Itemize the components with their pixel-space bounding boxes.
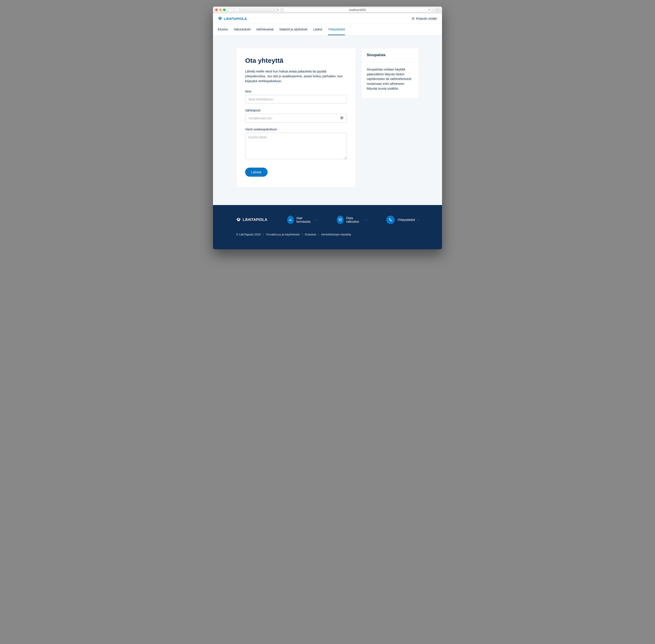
nav-laskut[interactable]: Laskut bbox=[313, 24, 322, 35]
window-controls bbox=[215, 8, 226, 11]
chevron-right-icon: › bbox=[418, 218, 419, 221]
sidebar-body: Sivupalstaa voidaan käyttää pääsisältöön… bbox=[361, 62, 419, 98]
quick-link-label: Yhteystiedot bbox=[397, 218, 415, 222]
login-link[interactable]: Kirjaudu sisään bbox=[412, 17, 437, 20]
site-footer: LÄHITAPIOLA Hae korvausta › Osta vakuutu… bbox=[213, 205, 442, 249]
message-label: Viesti asiakaspalveluun bbox=[245, 128, 347, 131]
footer-brand-text: LÄHITAPIOLA bbox=[243, 218, 267, 222]
minimize-window-icon[interactable] bbox=[219, 8, 221, 11]
lock-icon bbox=[412, 17, 415, 20]
footer-link-terms[interactable]: Turvallisuus ja käyttöehdot bbox=[266, 233, 300, 236]
footer-link-cookies[interactable]: Evästeet bbox=[305, 233, 316, 236]
login-text: Kirjaudu sisään bbox=[416, 17, 437, 20]
nav-yhteystiedot[interactable]: Yhteystiedot bbox=[328, 24, 345, 35]
close-window-icon[interactable] bbox=[215, 8, 217, 11]
footer-link-privacy[interactable]: Henkilötietojen käsittely bbox=[321, 233, 351, 236]
chevron-right-icon: › bbox=[316, 218, 317, 221]
svg-rect-0 bbox=[412, 18, 414, 20]
quick-link-compensation[interactable]: Hae korvausta › bbox=[287, 215, 317, 224]
quick-link-contact[interactable]: Yhteystiedot › bbox=[386, 215, 419, 224]
logo-mark-icon bbox=[236, 217, 241, 222]
name-input[interactable] bbox=[245, 95, 347, 104]
chevron-right-icon: › bbox=[366, 218, 367, 221]
address-bar[interactable]: localhost:8001 ⟳ bbox=[283, 8, 432, 12]
nav-vakuutukset[interactable]: Vakuutukset bbox=[234, 24, 251, 35]
sidebar-title: Sivupalsta bbox=[361, 48, 419, 62]
reload-icon[interactable]: ⟳ bbox=[428, 8, 430, 11]
quick-link-label: Osta vakuutus bbox=[346, 216, 362, 223]
page-title: Ota yhteyttä bbox=[245, 57, 347, 64]
logo-mark-icon bbox=[218, 16, 222, 21]
page-content: Ota yhteyttä Lähetä meille viesti kun ha… bbox=[213, 36, 442, 205]
primary-nav: Etusivu Vakuutukset Vahinkoasiat Säästöt… bbox=[213, 24, 442, 36]
email-input[interactable] bbox=[245, 114, 347, 123]
submit-button[interactable]: Lähetä bbox=[245, 168, 267, 177]
accessibility-icon[interactable]: ♿︎ bbox=[275, 8, 281, 12]
footer-legal: © LähiTapiola 2020 / Turvallisuus ja käy… bbox=[236, 233, 419, 236]
brand-logo[interactable]: LÄHITAPIOLA bbox=[218, 16, 247, 21]
brand-text: LÄHITAPIOLA bbox=[224, 17, 247, 21]
nav-etusivu[interactable]: Etusivu bbox=[218, 24, 228, 35]
phone-icon bbox=[386, 215, 395, 224]
copyright: © LähiTapiola 2020 bbox=[236, 233, 261, 236]
contact-form-card: Ota yhteyttä Lähetä meille viesti kun ha… bbox=[236, 48, 356, 187]
at-sign-icon bbox=[340, 116, 344, 121]
name-label: Nimi bbox=[245, 90, 347, 93]
sidebar-card: Sivupalsta Sivupalstaa voidaan käyttää p… bbox=[361, 48, 419, 99]
new-tab-button[interactable]: + bbox=[435, 8, 440, 12]
svg-point-1 bbox=[342, 117, 343, 118]
nav-buttons: ‹ › bbox=[229, 8, 239, 12]
nav-saastot[interactable]: Säästöt ja sijoitukset bbox=[279, 24, 307, 35]
footer-logo[interactable]: LÄHITAPIOLA bbox=[236, 217, 267, 222]
maximize-window-icon[interactable] bbox=[223, 8, 226, 11]
url-text: localhost:8001 bbox=[349, 8, 366, 12]
nav-vahinkoasiat[interactable]: Vahinkoasiat bbox=[256, 24, 274, 35]
hands-icon bbox=[287, 215, 294, 224]
browser-window: ‹ › ♿︎ localhost:8001 ⟳ + LÄHITAPIOLA Ki… bbox=[213, 7, 442, 249]
quick-link-label: Hae korvausta bbox=[297, 216, 313, 223]
site-header: LÄHITAPIOLA Kirjaudu sisään bbox=[213, 13, 442, 24]
message-textarea[interactable] bbox=[245, 133, 347, 159]
shield-icon bbox=[337, 215, 343, 224]
email-label: Sähköposti bbox=[245, 109, 347, 112]
forward-button[interactable]: › bbox=[234, 8, 239, 12]
quick-link-insurance[interactable]: Osta vakuutus › bbox=[337, 215, 367, 224]
browser-toolbar: ‹ › ♿︎ localhost:8001 ⟳ + bbox=[213, 7, 442, 13]
intro-text: Lähetä meille viesti kun haluat antaa pa… bbox=[245, 69, 347, 84]
back-button[interactable]: ‹ bbox=[229, 8, 233, 12]
